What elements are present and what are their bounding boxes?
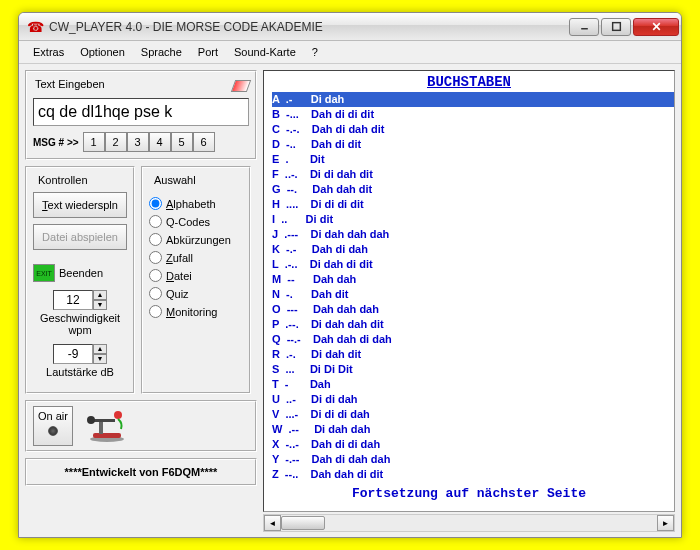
radio-alphabeth[interactable]: Alphabeth: [149, 197, 243, 210]
list-header: BUCHSTABEN: [264, 71, 674, 92]
list-item[interactable]: G --. Dah dah dit: [272, 182, 674, 197]
morse-key-icon: [85, 409, 125, 443]
list-item[interactable]: M -- Dah dah: [272, 272, 674, 287]
onair-button[interactable]: On air: [33, 406, 73, 446]
menu-soundkarte[interactable]: Sound-Karte: [226, 43, 304, 61]
list-item[interactable]: J .--- Di dah dah dah: [272, 227, 674, 242]
developer-credit: ****Entwickelt von F6DQM****: [25, 458, 257, 486]
exit-label: Beenden: [59, 267, 103, 279]
msg-button-5[interactable]: 5: [171, 132, 193, 152]
exit-icon[interactable]: EXIT: [33, 264, 55, 282]
speed-up-button[interactable]: ▲: [93, 290, 107, 300]
app-window: ☎ CW_PLAYER 4.0 - DIE MORSE CODE AKADEMI…: [18, 12, 682, 538]
text-input-label: Text Eingeben: [33, 78, 107, 90]
list-footer: Fortsetzung auf nächster Seite: [264, 482, 674, 503]
text-input-panel: Text Eingeben MSG # >> 123456: [25, 70, 257, 160]
selection-title: Auswahl: [151, 174, 199, 186]
msg-button-6[interactable]: 6: [193, 132, 215, 152]
maximize-button[interactable]: [601, 18, 631, 36]
replay-text-button[interactable]: Text wiederspln: [33, 192, 127, 218]
character-list: BUCHSTABEN A .- Di dahB -... Dah di di d…: [263, 70, 675, 512]
menu-[interactable]: ?: [304, 43, 326, 61]
list-item[interactable]: F ..-. Di di dah dit: [272, 167, 674, 182]
list-item[interactable]: W .-- Di dah dah: [272, 422, 674, 437]
list-item[interactable]: D -.. Dah di dit: [272, 137, 674, 152]
volume-up-button[interactable]: ▲: [93, 344, 107, 354]
scroll-right-button[interactable]: ►: [657, 515, 674, 531]
volume-label: Lautstärke dB: [33, 366, 127, 378]
speed-input[interactable]: [53, 290, 93, 310]
onair-led-icon: [48, 426, 58, 436]
window-title: CW_PLAYER 4.0 - DIE MORSE CODE AKADEMIE: [49, 20, 567, 34]
controls-panel: Kontrollen Text wiederspln Datei abspiel…: [25, 166, 135, 394]
msg-button-4[interactable]: 4: [149, 132, 171, 152]
menu-port[interactable]: Port: [190, 43, 226, 61]
svg-point-9: [114, 411, 122, 419]
app-icon: ☎: [27, 19, 43, 35]
radio-monitoring[interactable]: Monitoring: [149, 305, 243, 318]
list-item[interactable]: L .-.. Di dah di dit: [272, 257, 674, 272]
list-item[interactable]: R .-. Di dah dit: [272, 347, 674, 362]
list-item[interactable]: A .- Di dah: [272, 92, 674, 107]
list-item[interactable]: C -.-. Dah di dah dit: [272, 122, 674, 137]
radio-quiz[interactable]: Quiz: [149, 287, 243, 300]
scroll-thumb[interactable]: [281, 516, 325, 530]
svg-rect-6: [99, 421, 103, 434]
list-item[interactable]: Q --.- Dah dah di dah: [272, 332, 674, 347]
list-item[interactable]: N -. Dah dit: [272, 287, 674, 302]
list-item[interactable]: I .. Di dit: [272, 212, 674, 227]
list-item[interactable]: S ... Di Di Dit: [272, 362, 674, 377]
speed-down-button[interactable]: ▼: [93, 300, 107, 310]
menu-optionen[interactable]: Optionen: [72, 43, 133, 61]
radio-qcodes[interactable]: Q-Codes: [149, 215, 243, 228]
list-item[interactable]: X -..- Dah di di dah: [272, 437, 674, 452]
scroll-left-button[interactable]: ◄: [264, 515, 281, 531]
list-item[interactable]: E . Dit: [272, 152, 674, 167]
list-item[interactable]: P .--. Di dah dah dit: [272, 317, 674, 332]
close-button[interactable]: [633, 18, 679, 36]
menu-extras[interactable]: Extras: [25, 43, 72, 61]
minimize-button[interactable]: [569, 18, 599, 36]
msg-label: MSG # >>: [33, 137, 79, 148]
radio-abkrzungen[interactable]: Abkürzungen: [149, 233, 243, 246]
list-item[interactable]: O --- Dah dah dah: [272, 302, 674, 317]
controls-title: Kontrollen: [35, 174, 91, 186]
menu-sprache[interactable]: Sprache: [133, 43, 190, 61]
svg-rect-5: [93, 433, 121, 438]
list-item[interactable]: Z --.. Dah dah di dit: [272, 467, 674, 482]
eraser-icon[interactable]: [231, 80, 251, 92]
onair-panel: On air: [25, 400, 257, 452]
radio-zufall[interactable]: Zufall: [149, 251, 243, 264]
horizontal-scrollbar[interactable]: ◄ ►: [263, 514, 675, 532]
list-item[interactable]: V ...- Di di di dah: [272, 407, 674, 422]
svg-point-8: [87, 416, 95, 424]
text-input[interactable]: [33, 98, 249, 126]
speed-label: Geschwindigkeit wpm: [33, 312, 127, 336]
list-item[interactable]: B -... Dah di di dit: [272, 107, 674, 122]
msg-button-2[interactable]: 2: [105, 132, 127, 152]
radio-datei[interactable]: Datei: [149, 269, 243, 282]
menu-bar: ExtrasOptionenSprachePortSound-Karte?: [19, 41, 681, 64]
volume-down-button[interactable]: ▼: [93, 354, 107, 364]
list-item[interactable]: T - Dah: [272, 377, 674, 392]
play-file-button[interactable]: Datei abspielen: [33, 224, 127, 250]
list-item[interactable]: U ..- Di di dah: [272, 392, 674, 407]
list-item[interactable]: K -.- Dah di dah: [272, 242, 674, 257]
list-item[interactable]: Y -.-- Dah di dah dah: [272, 452, 674, 467]
svg-rect-1: [612, 23, 620, 31]
selection-panel: Auswahl AlphabethQ-CodesAbkürzungenZufal…: [141, 166, 251, 394]
title-bar: ☎ CW_PLAYER 4.0 - DIE MORSE CODE AKADEMI…: [19, 13, 681, 41]
volume-input[interactable]: [53, 344, 93, 364]
msg-button-1[interactable]: 1: [83, 132, 105, 152]
list-item[interactable]: H .... Di di di dit: [272, 197, 674, 212]
msg-button-3[interactable]: 3: [127, 132, 149, 152]
